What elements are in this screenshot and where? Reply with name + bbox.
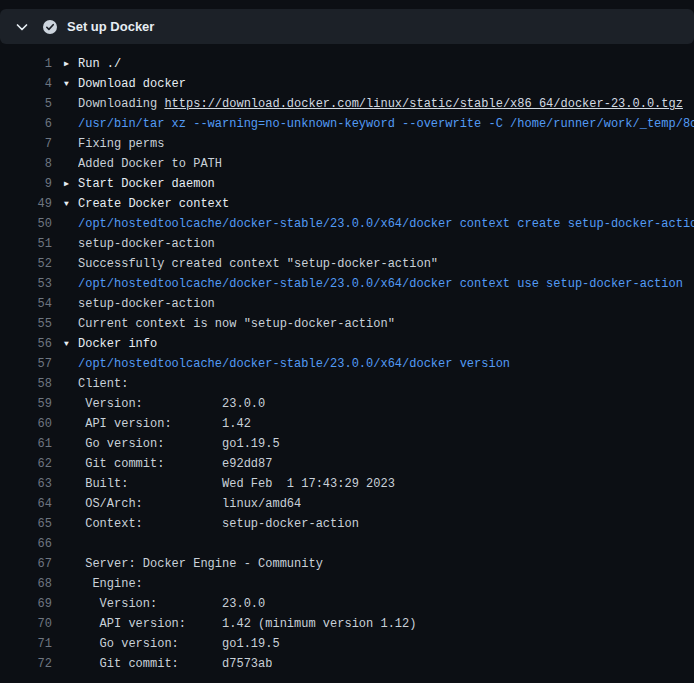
arrow-spacer — [52, 234, 78, 254]
log-text: Current context is now "setup-docker-act… — [78, 314, 395, 334]
arrow-spacer — [52, 294, 78, 314]
arrow-spacer — [52, 574, 78, 594]
log-text: Server: Docker Engine - Community — [78, 554, 323, 574]
log-line: 5Downloading https://download.docker.com… — [0, 94, 694, 114]
log-group-row[interactable]: 1▶Run ./ — [0, 54, 694, 74]
line-number[interactable]: 9 — [0, 174, 52, 194]
log-line: 58Client: — [0, 374, 694, 394]
log-text: Docker info — [78, 334, 157, 354]
line-number[interactable]: 71 — [0, 634, 52, 654]
group-expanded-triangle-icon[interactable]: ▼ — [52, 74, 78, 94]
line-number[interactable]: 65 — [0, 514, 52, 534]
line-number[interactable]: 53 — [0, 274, 52, 294]
line-number[interactable]: 55 — [0, 314, 52, 334]
log-line: 70 API version: 1.42 (minimum version 1.… — [0, 614, 694, 634]
line-number[interactable]: 66 — [0, 534, 52, 554]
arrow-spacer — [52, 214, 78, 234]
line-number[interactable]: 50 — [0, 214, 52, 234]
log-text: Git commit: e92dd87 — [78, 454, 272, 474]
log-command-text: /usr/bin/tar xz --warning=no-unknown-key… — [78, 117, 694, 131]
line-number[interactable]: 69 — [0, 594, 52, 614]
log-group-row[interactable]: 9▶Start Docker daemon — [0, 174, 694, 194]
line-number[interactable]: 4 — [0, 74, 52, 94]
log-text-segment: setup-docker-action — [78, 297, 215, 311]
group-expanded-triangle-icon[interactable]: ▼ — [52, 194, 78, 214]
line-number[interactable]: 51 — [0, 234, 52, 254]
step-title: Set up Docker — [67, 19, 154, 34]
line-number[interactable]: 52 — [0, 254, 52, 274]
chevron-down-icon[interactable] — [14, 19, 30, 35]
arrow-spacer — [52, 554, 78, 574]
log-text: Create Docker context — [78, 194, 229, 214]
log-text-segment: Go version: go1.19.5 — [78, 637, 280, 651]
line-number[interactable]: 1 — [0, 54, 52, 74]
line-number[interactable]: 59 — [0, 394, 52, 414]
log-text-segment: Fixing perms — [78, 137, 164, 151]
line-number[interactable]: 7 — [0, 134, 52, 154]
log-text: Go version: go1.19.5 — [78, 634, 280, 654]
log-text-segment: Successfully created context "setup-dock… — [78, 257, 438, 271]
arrow-spacer — [52, 654, 78, 674]
log-text: Successfully created context "setup-dock… — [78, 254, 438, 274]
log-text: Go version: go1.19.5 — [78, 434, 280, 454]
arrow-spacer — [52, 614, 78, 634]
log-text-segment: Git commit: e92dd87 — [78, 457, 272, 471]
arrow-spacer — [52, 314, 78, 334]
line-number[interactable]: 5 — [0, 94, 52, 114]
log-group-row[interactable]: 4▼Download docker — [0, 74, 694, 94]
arrow-spacer — [52, 634, 78, 654]
log-group-title: Create Docker context — [78, 197, 229, 211]
line-number[interactable]: 68 — [0, 574, 52, 594]
log-command-text: /opt/hostedtoolcache/docker-stable/23.0.… — [78, 217, 694, 231]
group-expanded-triangle-icon[interactable]: ▼ — [52, 334, 78, 354]
log-text: /usr/bin/tar xz --warning=no-unknown-key… — [78, 114, 694, 134]
line-number[interactable]: 67 — [0, 554, 52, 574]
log-text: Download docker — [78, 74, 186, 94]
log-line: 54setup-docker-action — [0, 294, 694, 314]
line-number[interactable]: 8 — [0, 154, 52, 174]
log-text: setup-docker-action — [78, 294, 215, 314]
log-line: 52Successfully created context "setup-do… — [0, 254, 694, 274]
log-text-segment: Client: — [78, 377, 128, 391]
log-group-row[interactable]: 49▼Create Docker context — [0, 194, 694, 214]
line-number[interactable]: 61 — [0, 434, 52, 454]
log-line: 50/opt/hostedtoolcache/docker-stable/23.… — [0, 214, 694, 234]
log-text-segment: API version: 1.42 — [78, 417, 251, 431]
log-command-text: /opt/hostedtoolcache/docker-stable/23.0.… — [78, 357, 510, 371]
log-line: 69 Version: 23.0.0 — [0, 594, 694, 614]
workflow-log-page: Set up Docker 1▶Run ./4▼Download docker5… — [0, 9, 694, 683]
line-number[interactable]: 58 — [0, 374, 52, 394]
arrow-spacer — [52, 534, 78, 554]
line-number[interactable]: 63 — [0, 474, 52, 494]
log-text: Git commit: d7573ab — [78, 654, 272, 674]
line-number[interactable]: 49 — [0, 194, 52, 214]
arrow-spacer — [52, 354, 78, 374]
line-number[interactable]: 72 — [0, 654, 52, 674]
log-group-row[interactable]: 56▼Docker info — [0, 334, 694, 354]
log-text: API version: 1.42 (minimum version 1.12) — [78, 614, 416, 634]
line-number[interactable]: 6 — [0, 114, 52, 134]
log-text-segment: API version: 1.42 (minimum version 1.12) — [78, 617, 416, 631]
line-number[interactable]: 62 — [0, 454, 52, 474]
line-number[interactable]: 64 — [0, 494, 52, 514]
log-line: 71 Go version: go1.19.5 — [0, 634, 694, 654]
line-number[interactable]: 60 — [0, 414, 52, 434]
step-header[interactable]: Set up Docker — [0, 9, 694, 44]
line-number[interactable]: 57 — [0, 354, 52, 374]
arrow-spacer — [52, 454, 78, 474]
group-collapsed-triangle-icon[interactable]: ▶ — [52, 54, 78, 74]
log-text-segment: setup-docker-action — [78, 237, 215, 251]
log-group-title: Download docker — [78, 77, 186, 91]
group-collapsed-triangle-icon[interactable]: ▶ — [52, 174, 78, 194]
log-text-segment: Current context is now "setup-docker-act… — [78, 317, 395, 331]
log-line: 61 Go version: go1.19.5 — [0, 434, 694, 454]
log-link[interactable]: https://download.docker.com/linux/static… — [164, 97, 682, 111]
arrow-spacer — [52, 254, 78, 274]
log-text: setup-docker-action — [78, 234, 215, 254]
log-text: Downloading https://download.docker.com/… — [78, 94, 683, 114]
line-number[interactable]: 70 — [0, 614, 52, 634]
line-number[interactable]: 56 — [0, 334, 52, 354]
log-line: 65 Context: setup-docker-action — [0, 514, 694, 534]
log-text-segment: Server: Docker Engine - Community — [78, 557, 323, 571]
line-number[interactable]: 54 — [0, 294, 52, 314]
